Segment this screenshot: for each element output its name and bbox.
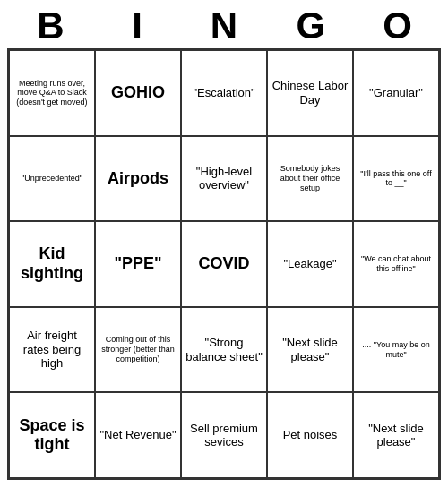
bingo-cell: GOHIO [95, 50, 181, 136]
bingo-grid: Meeting runs over, move Q&A to Slack (do… [7, 48, 441, 480]
bingo-cell: "Strong balance sheet" [181, 307, 267, 393]
bingo-cell: .... "You may be on mute" [353, 307, 439, 393]
bingo-letter: G [267, 7, 354, 45]
bingo-cell: Kid sighting [9, 221, 95, 307]
bingo-cell: Meeting runs over, move Q&A to Slack (do… [9, 50, 95, 136]
bingo-cell: "We can chat about this offline" [353, 221, 439, 307]
bingo-cell: "Unprecedented" [9, 136, 95, 222]
bingo-letter: N [181, 7, 268, 45]
bingo-cell: Chinese Labor Day [267, 50, 353, 136]
bingo-cell: Coming out of this stronger (better than… [95, 307, 181, 393]
bingo-cell: "Granular" [353, 50, 439, 136]
bingo-cell: Airpods [95, 136, 181, 222]
bingo-cell: "Next slide please" [267, 307, 353, 393]
bingo-cell: "Net Revenue" [95, 392, 181, 478]
bingo-title-row: BINGO [7, 7, 441, 45]
bingo-cell: "High-level overview" [181, 136, 267, 222]
bingo-cell: Pet noises [267, 392, 353, 478]
bingo-cell: "Leakage" [267, 221, 353, 307]
bingo-cell: Air freight rates being high [9, 307, 95, 393]
bingo-cell: Sell premium sevices [181, 392, 267, 478]
bingo-letter: I [94, 7, 181, 45]
bingo-letter: B [7, 7, 94, 45]
bingo-letter: O [354, 7, 441, 45]
bingo-cell: "Escalation" [181, 50, 267, 136]
bingo-cell: "Next slide please" [353, 392, 439, 478]
bingo-cell: Somebody jokes about their office setup [267, 136, 353, 222]
bingo-cell: "PPE" [95, 221, 181, 307]
bingo-cell: COVID [181, 221, 267, 307]
bingo-cell: Space is tight [9, 392, 95, 478]
bingo-cell: "I'll pass this one off to __" [353, 136, 439, 222]
